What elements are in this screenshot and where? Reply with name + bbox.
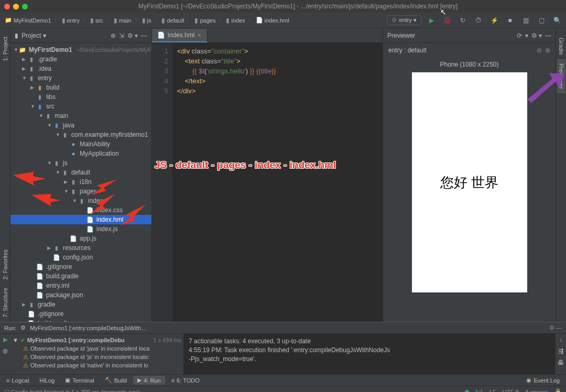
tree-item[interactable]: ▶▮i18n (10, 177, 151, 187)
bc-root[interactable]: 📁 MyFirstDemo1 (3, 16, 53, 25)
tree-item-pages[interactable]: ▼▮pages (10, 187, 151, 196)
phone-hello-text: 您好 世界 (440, 173, 498, 192)
line-separator[interactable]: LF (489, 389, 496, 393)
stop-run-icon[interactable]: ⊘ (3, 347, 8, 355)
sync-button[interactable]: ▥ (520, 15, 531, 26)
refresh-icon[interactable]: ⟳ (517, 32, 522, 39)
run-button[interactable]: ▶ (426, 15, 437, 26)
zoom-out-icon[interactable]: ⊖ (537, 47, 542, 54)
btab-event-log[interactable]: ◉ Event Log (522, 376, 564, 385)
code-content[interactable]: <div class="container"> <text class="tit… (173, 43, 383, 322)
hide-panel-icon[interactable]: — (141, 32, 147, 39)
run-console-output[interactable]: 7 actionable tasks: 4 executed, 3 up-to-… (183, 334, 556, 374)
minimize-window[interactable] (13, 4, 19, 9)
bc-index[interactable]: ▮index (224, 16, 246, 25)
bc-src[interactable]: ▮src (89, 16, 105, 25)
caret-position[interactable]: 1:1 (475, 389, 483, 393)
status-indicator-icon (465, 390, 469, 393)
side-tab-structure[interactable]: 7: Structure (1, 284, 9, 322)
select-opened-file-icon[interactable]: ⊕ (111, 32, 116, 39)
close-window[interactable] (4, 4, 10, 9)
settings-icon[interactable]: ⚙ ▾ (127, 32, 138, 39)
tree-item[interactable]: ●MyApplication (10, 149, 151, 158)
project-tree: ▼📁MyFirstDemo1~/DevEcoStudioProjects/MyF… (10, 43, 151, 322)
bc-entry[interactable]: ▮entry (60, 16, 81, 25)
side-tab-gradle[interactable]: Gradle (557, 34, 565, 59)
gear-icon[interactable]: ⚙ ▾ (531, 32, 542, 39)
filter-icon[interactable]: ▾ (525, 32, 528, 39)
previewer-title: Previewer (387, 32, 415, 39)
tree-item[interactable]: 📄index.js (10, 224, 151, 234)
btab-logcat[interactable]: ≡ Logcat (2, 376, 33, 385)
side-tab-previewer[interactable]: Previewer (557, 59, 565, 93)
tree-item[interactable]: 📄app.js (10, 234, 151, 243)
btab-terminal[interactable]: ▣ Terminal (61, 376, 99, 385)
tree-item[interactable]: ▶▮resources (10, 243, 151, 253)
phone-dimensions-label: Phone (1080 x 2250) (440, 61, 498, 68)
tree-item[interactable]: ▶▮.idea (10, 64, 151, 73)
tree-item-js[interactable]: ▼▮js (10, 158, 151, 168)
tree-item[interactable]: 📄build.gradle (10, 319, 151, 322)
rerun-icon[interactable]: ▶ (3, 336, 8, 343)
bc-main[interactable]: ▮main (112, 16, 133, 25)
profile-button[interactable]: ⏱ (473, 15, 484, 26)
tree-item[interactable]: 📄.gitignore (10, 262, 151, 271)
project-panel-title[interactable]: Project ▾ (21, 32, 46, 39)
close-tab-icon[interactable]: × (197, 31, 201, 39)
bc-default[interactable]: ▮default (160, 16, 186, 25)
side-tab-project[interactable]: 1: Project (1, 32, 9, 65)
btab-run[interactable]: ▶ 4: Run (133, 376, 165, 385)
tree-item[interactable]: ▼▮entry (10, 73, 151, 83)
maximize-window[interactable] (22, 4, 28, 9)
line-gutter: 1 2 3 4 5 (152, 43, 173, 322)
tree-item[interactable]: ▼▮src (10, 102, 151, 111)
search-button[interactable]: 🔍 (551, 15, 563, 26)
zoom-in-icon[interactable]: ⊕ (545, 47, 550, 54)
soft-wrap-icon[interactable]: ⇶ (558, 347, 563, 355)
tree-item[interactable]: 📄config.json (10, 253, 151, 262)
run-config-selector[interactable]: ⚙entry ▾ (387, 15, 421, 25)
btab-hilog[interactable]: HiLog (35, 376, 59, 385)
tree-item[interactable]: 📄index.css (10, 205, 151, 215)
tree-item-default[interactable]: ▼▮default (10, 168, 151, 177)
print-icon[interactable]: 🖶 (558, 359, 564, 366)
tree-item[interactable]: ▼▮com.example.myfirstdemo1 (10, 130, 151, 139)
bc-js[interactable]: ▮js (140, 16, 153, 25)
bc-pages[interactable]: ▮pages (193, 16, 217, 25)
tree-item[interactable]: 📄package.json (10, 290, 151, 300)
tree-item[interactable]: 📄build.gradle (10, 271, 151, 281)
run-task-title: MyFirstDemo1 [:entry:compileDebugJsWith.… (30, 325, 146, 331)
lock-icon[interactable]: 🔒 (554, 388, 562, 392)
tree-item[interactable]: ▶▮build (10, 83, 151, 92)
btab-todo[interactable]: ≡ 6: TODO (167, 376, 204, 385)
attach-button[interactable]: ⚡ (488, 15, 500, 26)
tree-item[interactable]: ▶▮.gradle (10, 55, 151, 64)
scroll-to-end-icon[interactable]: ↓ (559, 336, 562, 343)
btab-build[interactable]: 🔨 Build (101, 376, 131, 385)
collapse-all-icon[interactable]: ⇲ (119, 32, 124, 39)
avd-button[interactable]: ▢ (536, 15, 547, 26)
run-settings-icon[interactable]: ⚙ — (549, 324, 562, 331)
tree-item[interactable]: 📄.gitignore (10, 309, 151, 319)
tree-item[interactable]: 📄entry.iml (10, 281, 151, 290)
side-tab-favorites[interactable]: 2: Favorites (1, 245, 9, 284)
file-encoding[interactable]: UTF-8 (503, 389, 519, 393)
tree-item[interactable]: ▼▮java (10, 121, 151, 130)
tree-root[interactable]: ▼📁MyFirstDemo1~/DevEcoStudioProjects/MyF (10, 45, 151, 55)
editor-tab-index-hml[interactable]: 📄 index.hml × (152, 29, 208, 42)
tree-item-index-hml[interactable]: 📄index.hml (10, 215, 151, 224)
bc-file[interactable]: 📄 index.hml (254, 16, 291, 25)
window-title: MyFirstDemo1 [~/DevEcoStudioProjects/MyF… (34, 3, 562, 10)
hide-previewer-icon[interactable]: — (545, 32, 551, 39)
stop-button[interactable]: ■ (504, 15, 516, 26)
tree-item-index-folder[interactable]: ▼▮index (10, 196, 151, 205)
code-editor[interactable]: 1 2 3 4 5 <div class="container"> <text … (152, 43, 383, 322)
coverage-button[interactable]: ↻ (457, 15, 469, 26)
tree-item[interactable]: ▮libs (10, 92, 151, 102)
breadcrumb: 📁 MyFirstDemo1〉 ▮entry〉 ▮src〉 ▮main〉 ▮js… (3, 16, 387, 25)
tree-item[interactable]: ▶▮gradle (10, 300, 151, 309)
indent-setting[interactable]: 4 spaces (525, 389, 548, 393)
cursor-icon: ↖ (440, 8, 447, 16)
tree-item[interactable]: ●MainAbility (10, 139, 151, 149)
tree-item[interactable]: ▼▮main (10, 111, 151, 121)
